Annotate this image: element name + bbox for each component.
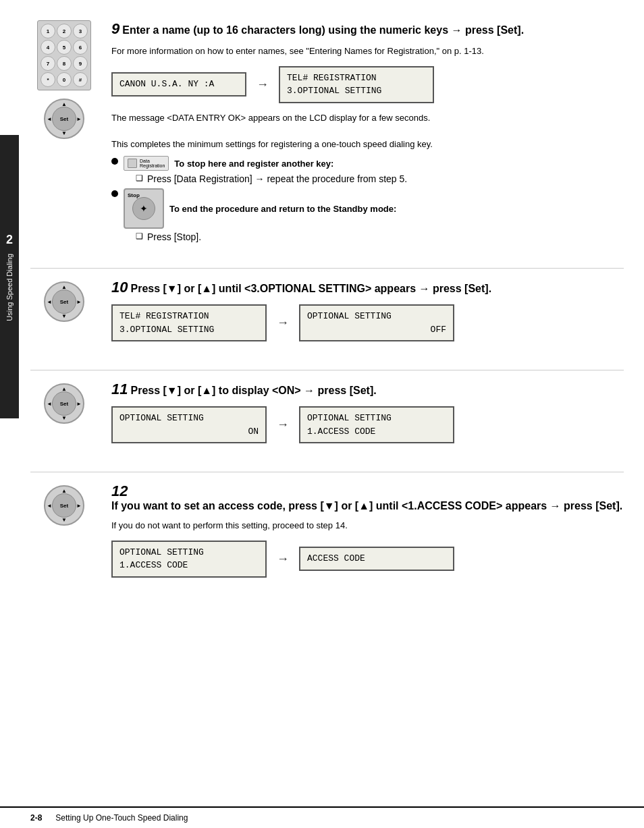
step-9-body2: The message <DATA ENTRY OK> appears on t…	[111, 111, 624, 151]
bullet-1-title: To stop here and register another key:	[174, 159, 333, 169]
key-9: 9	[73, 56, 88, 71]
step-9-lcd-left-text: CANON U.S.A. NY :A	[119, 79, 214, 89]
arrow-right-11: ►	[76, 401, 82, 407]
step-10-header: 10 Press [▼] or [▲] until <3.OPTIONAL SE…	[111, 279, 624, 296]
step-9-lcd-left: CANON U.S.A. NY :A	[111, 72, 246, 96]
set-button-11-arrows: ▲ ▼ ◄ ►	[45, 385, 83, 422]
step-11-number: 11	[111, 381, 128, 398]
key-2: 2	[57, 24, 72, 38]
step-9-icon: 1 2 3 4 5 6 7 8 9 * 0 # ▲ ▼ ◄ ►	[30, 20, 98, 142]
step-12-body: If you do not want to perform this setti…	[111, 519, 624, 532]
step-12-title: If you want to set an access code, press…	[111, 500, 622, 512]
step-12-icon: ▲ ▼ ◄ ► Set	[30, 482, 98, 528]
step-9-content: 9 Enter a name (up to 16 characters long…	[111, 20, 624, 248]
step-11-lcd-right-line2: 1.ACCESS CODE	[307, 425, 446, 439]
step-11-header: 11 Press [▼] or [▲] to display <ON> → pr…	[111, 381, 624, 398]
step-11-lcd-right-line1: OPTIONAL SETTING	[307, 412, 446, 425]
bullet-1-dot	[111, 158, 118, 165]
step-11-lcd-left-line2: ON	[119, 425, 259, 439]
step-9-section: 1 2 3 4 5 6 7 8 9 * 0 # ▲ ▼ ◄ ►	[30, 20, 624, 248]
step-10-content: 10 Press [▼] or [▲] until <3.OPTIONAL SE…	[111, 279, 624, 350]
key-hash: #	[73, 72, 88, 87]
bullet-2-sub: ❑ Press [Stop].	[136, 231, 396, 242]
step-12-header: 12 If you want to set an access code, pr…	[111, 482, 624, 512]
data-reg-box	[128, 159, 137, 168]
step-11-lcd-row: OPTIONAL SETTING ON → OPTIONAL SETTING 1…	[111, 406, 624, 443]
step-10-lcd-right-line2: OFF	[307, 323, 446, 337]
step-10-icon: ▲ ▼ ◄ ► Set	[30, 279, 98, 325]
set-button-11: ▲ ▼ ◄ ► Set	[44, 383, 84, 424]
divider-1	[30, 268, 624, 269]
step-9-lcd-right: TEL# REGISTRATION 3.OPTIONAL SETTING	[279, 66, 434, 103]
step-9-header: 9 Enter a name (up to 16 characters long…	[111, 20, 624, 38]
step-10-lcd-left-line2: 3.OPTIONAL SETTING	[119, 323, 259, 337]
step-10-title: Press [▼] or [▲] until <3.OPTIONAL SETTI…	[130, 283, 491, 295]
footer-page: 2-8	[30, 813, 42, 823]
key-7: 7	[41, 56, 55, 71]
step-12-lcd-left-line1: OPTIONAL SETTING	[119, 546, 259, 559]
step-9-para1: For more information on how to enter nam…	[111, 45, 624, 58]
step-10-lcd-right: OPTIONAL SETTING OFF	[299, 304, 454, 341]
key-star: *	[41, 72, 55, 87]
step-12-lcd-right: ACCESS CODE	[299, 547, 454, 571]
chapter-title: Using Speed Dialing	[5, 254, 14, 321]
stop-circle: ✦	[132, 197, 155, 220]
step-12-lcd-row: OPTIONAL SETTING 1.ACCESS CODE → ACCESS …	[111, 541, 624, 578]
bullet-1: DataRegistration To stop here and regist…	[111, 156, 624, 184]
step-10-lcd-left: TEL# REGISTRATION 3.OPTIONAL SETTING	[111, 304, 267, 341]
stop-button-icon: Stop ✦	[124, 188, 164, 229]
step-10-section: ▲ ▼ ◄ ► Set 10 Press [▼] or [▲] until <3…	[30, 279, 624, 350]
key-6: 6	[73, 40, 88, 55]
arrow-down-11: ▼	[61, 415, 67, 421]
step-10-lcd-row: TEL# REGISTRATION 3.OPTIONAL SETTING → O…	[111, 304, 624, 341]
key-5: 5	[57, 40, 72, 55]
lcd-arrow-9: →	[257, 78, 269, 92]
set-button-icon: ▲ ▼ ◄ ► Set	[44, 99, 84, 139]
key-3: 3	[73, 24, 88, 38]
checkbox-icon-2: ❑	[136, 231, 143, 241]
keypad-icon: 1 2 3 4 5 6 7 8 9 * 0 #	[37, 20, 91, 90]
set-button-12: ▲ ▼ ◄ ► Set	[44, 485, 84, 526]
step-12-number: 12	[111, 482, 128, 500]
footer: 2-8 Setting Up One-Touch Speed Dialing	[0, 806, 644, 828]
key-4: 4	[41, 40, 55, 55]
arrow-down-10: ▼	[61, 313, 67, 319]
arrow-up-10: ▲	[61, 284, 67, 290]
key-8: 8	[57, 56, 72, 71]
arrow-right-10: ►	[76, 299, 82, 305]
arrow-right-12: ►	[76, 503, 82, 509]
step-11-section: ▲ ▼ ◄ ► Set 11 Press [▼] or [▲] to displ…	[30, 381, 624, 451]
key-0: 0	[57, 72, 72, 87]
step-12-lcd-right-text: ACCESS CODE	[307, 552, 446, 565]
step-11-icon: ▲ ▼ ◄ ► Set	[30, 381, 98, 426]
key-1: 1	[41, 24, 55, 38]
set-button-arrows: ▲ ▼ ◄ ►	[45, 100, 83, 138]
step-9-para3: This completes the minimum settings for …	[111, 138, 624, 151]
main-content: 1 2 3 4 5 6 7 8 9 * 0 # ▲ ▼ ◄ ►	[30, 0, 624, 633]
step-9-lcd-row: CANON U.S.A. NY :A → TEL# REGISTRATION 3…	[111, 66, 624, 103]
bullet-2-dot	[111, 190, 118, 197]
arrow-down-icon: ▼	[61, 130, 67, 136]
step-9-body1: For more information on how to enter nam…	[111, 45, 624, 58]
step-10-lcd-right-line1: OPTIONAL SETTING	[307, 310, 446, 323]
arrow-left-12: ◄	[47, 503, 52, 509]
set-button-10: ▲ ▼ ◄ ► Set	[44, 281, 84, 322]
lcd-arrow-11: →	[277, 418, 289, 432]
chapter-number: 2	[6, 233, 13, 247]
data-registration-icon: DataRegistration	[124, 156, 169, 171]
step-12-lcd-left-line2: 1.ACCESS CODE	[119, 559, 259, 572]
checkbox-icon-1: ❑	[136, 173, 143, 183]
step-12-para: If you do not want to perform this setti…	[111, 519, 624, 532]
bullet-2: Stop ✦ To end the procedure and return t…	[111, 188, 624, 242]
step-9-title: Enter a name (up to 16 characters long) …	[122, 24, 524, 36]
stop-label: Stop	[128, 192, 140, 198]
arrow-left-11: ◄	[47, 401, 52, 407]
step-9-para2: The message <DATA ENTRY OK> appears on t…	[111, 111, 624, 125]
set-button-10-arrows: ▲ ▼ ◄ ►	[45, 283, 83, 321]
step-10-lcd-left-line1: TEL# REGISTRATION	[119, 310, 259, 323]
set-button-12-arrows: ▲ ▼ ◄ ►	[45, 487, 83, 524]
bullet-2-title: To end the procedure and return to the S…	[169, 204, 396, 214]
footer-text: Setting Up One-Touch Speed Dialing	[55, 813, 188, 823]
step-11-lcd-left: OPTIONAL SETTING ON	[111, 406, 267, 443]
bullet-2-sub-text: Press [Stop].	[147, 231, 201, 242]
